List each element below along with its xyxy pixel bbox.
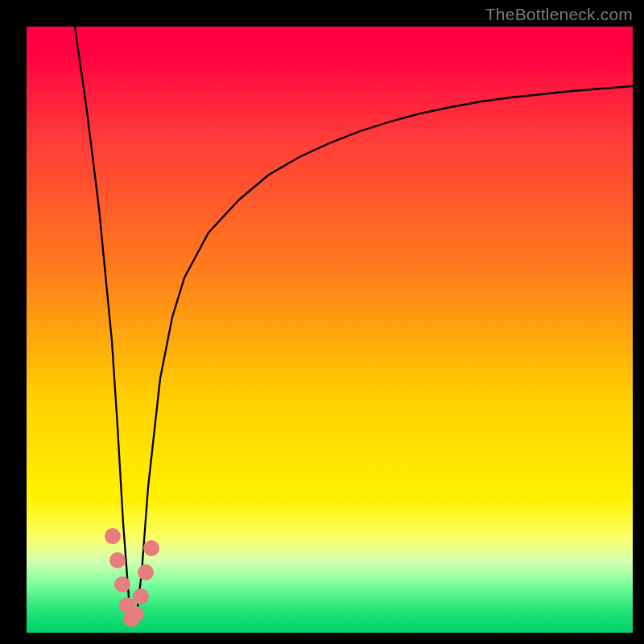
watermark-text: TheBottleneck.com (485, 5, 633, 24)
marker-point (105, 528, 121, 544)
marker-point (143, 540, 159, 556)
marker-point (138, 564, 154, 580)
plot-area (27, 27, 633, 633)
marker-point (109, 552, 126, 568)
curve-layer (27, 27, 633, 633)
chart-frame: TheBottleneck.com (0, 0, 644, 644)
marker-point (114, 576, 130, 592)
marker-point (133, 588, 149, 605)
marker-point (128, 606, 144, 622)
bottleneck-curve (75, 27, 633, 621)
marker-cluster (105, 528, 159, 627)
